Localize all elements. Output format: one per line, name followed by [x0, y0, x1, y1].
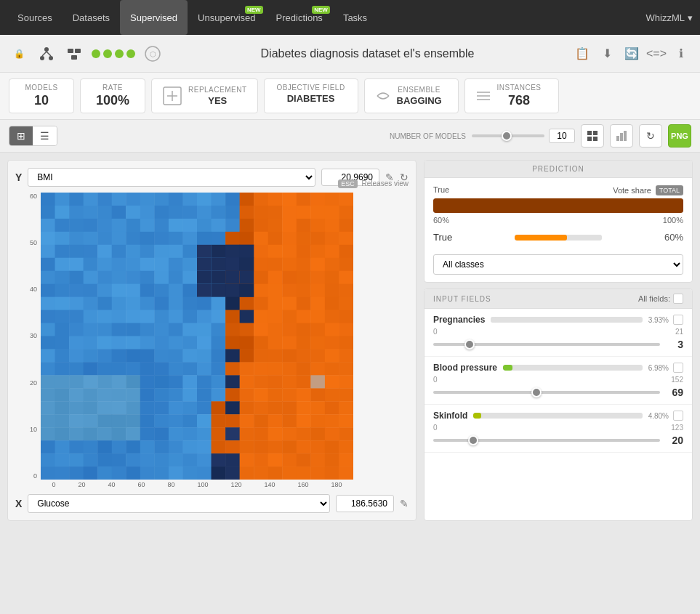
classes-dropdown[interactable]: All classes [433, 254, 683, 275]
svg-rect-22 [624, 131, 627, 141]
field-skinfold-min: 0 [433, 424, 438, 432]
ensemble-icon[interactable]: ⬡ [142, 44, 163, 64]
y-axis-select[interactable]: BMI [28, 168, 315, 187]
x-tick-180: 180 [331, 481, 342, 488]
input-fields-panel: INPUT FIELDS All fields: Pregnancies 3.9… [424, 288, 693, 521]
stat-ensemble-value: BAGGING [397, 95, 442, 106]
field-bp-pct: 6.98% [648, 364, 669, 372]
list-view-btn[interactable]: ☰ [33, 126, 57, 145]
num-models-label: NUMBER OF MODELS [390, 132, 466, 140]
stat-models-value: 10 [20, 93, 63, 108]
nav-supervised[interactable]: Supervised [120, 0, 188, 35]
field-blood-pressure: Blood pressure 6.98% 0 152 69 [425, 357, 692, 405]
view-toggle: ⊞ ☰ [9, 126, 57, 146]
nav-datasets[interactable]: Datasets [63, 0, 120, 35]
top-nav: Sources Datasets Supervised Unsupervised… [0, 0, 700, 35]
all-fields-label: All fields: [638, 294, 683, 304]
field-pregnancies-slider[interactable] [433, 343, 660, 346]
svg-point-1 [40, 56, 44, 60]
field-pregnancies-header: Pregnancies 3.93% [433, 315, 683, 325]
x-edit-icon[interactable]: ✎ [400, 498, 409, 509]
y-tick-30: 30 [30, 332, 37, 339]
field-skinfold: Skinfold 4.80% 0 123 20 [425, 405, 692, 453]
models-count-input[interactable]: 10 [549, 129, 575, 143]
field-bp-max: 152 [671, 376, 683, 384]
upload-icon[interactable]: ⬇ [597, 44, 617, 64]
vote-pct-right: 100% [663, 216, 683, 225]
right-panel: PREDICTION True Vote share TOTAL 60% 100… [424, 160, 693, 521]
tree-icon[interactable] [36, 44, 57, 64]
heatmap-wrapper: ESC Releases view 60 50 40 30 20 10 0 0 … [15, 193, 409, 488]
grid-view-btn[interactable]: ⊞ [9, 126, 33, 145]
field-skinfold-bar [473, 413, 481, 419]
field-skinfold-slider[interactable] [433, 439, 660, 442]
whizzml-menu[interactable]: WhizzML ▾ [646, 12, 693, 23]
grid-icon-btn[interactable] [581, 124, 604, 148]
x-axis-select[interactable]: Glucose [28, 494, 330, 513]
lock-icon[interactable]: 🔒 [9, 44, 29, 64]
svg-line-3 [42, 52, 47, 56]
refresh-icon[interactable]: 🔄 [621, 44, 642, 64]
field-skinfold-name: Skinfold [433, 411, 467, 421]
nav-unsupervised[interactable]: Unsupervised NEW [188, 0, 266, 35]
all-fields-checkbox[interactable] [673, 294, 683, 304]
y-tick-50: 50 [30, 239, 37, 246]
ensemble-type-icon [375, 88, 391, 104]
svg-rect-7 [71, 55, 77, 60]
field-pregnancies-slider-row: 3 [433, 339, 683, 350]
input-fields-body: Pregnancies 3.93% 0 21 3 [425, 309, 692, 453]
field-pregnancies-checkbox[interactable] [673, 315, 683, 325]
download-icon[interactable]: 📋 [572, 44, 592, 64]
field-pregnancies-pct: 3.93% [648, 316, 669, 324]
stat-ensemble: ENSEMBLE BAGGING [364, 78, 459, 113]
svg-point-0 [44, 47, 49, 52]
svg-rect-5 [68, 49, 73, 53]
stat-rate: RATE 100% [80, 78, 145, 113]
model-icon[interactable] [64, 44, 84, 64]
field-skinfold-checkbox[interactable] [673, 411, 683, 421]
stat-objective-value: DIABETES [275, 93, 347, 104]
heatmap-canvas[interactable] [41, 193, 353, 480]
nav-supervised-label: Supervised [130, 12, 177, 23]
nav-predictions[interactable]: Predictions NEW [266, 0, 333, 35]
stat-replacement-label: REPLACEMENT [188, 86, 247, 94]
svg-point-2 [49, 56, 53, 60]
nav-datasets-label: Datasets [73, 12, 110, 23]
x-tick-120: 120 [230, 481, 241, 488]
x-tick-60: 60 [137, 481, 145, 488]
field-skinfold-range: 0 123 [433, 424, 683, 432]
x-tick-160: 160 [297, 481, 308, 488]
stat-rate-label: RATE [91, 84, 134, 92]
esc-badge: ESC [338, 179, 358, 188]
field-bp-slider[interactable] [433, 391, 660, 394]
prediction-body: True Vote share TOTAL 60% 100% True [425, 178, 692, 282]
main-content: Y BMI 20.9690 ✎ ↻ ESC Releases view 60 5… [0, 153, 700, 528]
x-tick-0: 0 [52, 481, 55, 488]
prediction-result-row: True 60% [433, 232, 683, 243]
field-pregnancies-min: 0 [433, 328, 438, 336]
svg-rect-6 [75, 49, 81, 53]
svg-rect-19 [593, 137, 598, 141]
refresh-chart-btn[interactable]: ↻ [639, 124, 662, 148]
prediction-header: PREDICTION [425, 161, 692, 178]
input-fields-title: INPUT FIELDS [433, 295, 491, 303]
stat-models: MODELS 10 [9, 78, 74, 113]
total-toggle-btn[interactable]: TOTAL [656, 185, 683, 195]
models-slider[interactable] [472, 134, 544, 137]
all-fields-text: All fields: [638, 294, 670, 303]
field-bp-checkbox[interactable] [673, 363, 683, 373]
nav-tasks[interactable]: Tasks [333, 0, 377, 35]
vote-percentages: 60% 100% [433, 216, 683, 225]
prediction-pct: 60% [664, 232, 683, 243]
field-skinfold-value: 20 [666, 435, 683, 446]
stat-replacement-value: YES [188, 95, 247, 106]
info-icon[interactable]: ℹ [671, 44, 691, 64]
nav-sources[interactable]: Sources [7, 0, 63, 35]
barchart-icon-btn[interactable] [610, 124, 633, 148]
stat-objective-label: OBJECTIVE FIELD [275, 84, 347, 92]
svg-rect-21 [620, 133, 623, 141]
png-export-btn[interactable]: PNG [668, 124, 691, 148]
code-icon[interactable]: <=> [646, 44, 667, 64]
field-pregnancies-bar [491, 317, 496, 323]
vote-bar [433, 198, 683, 213]
